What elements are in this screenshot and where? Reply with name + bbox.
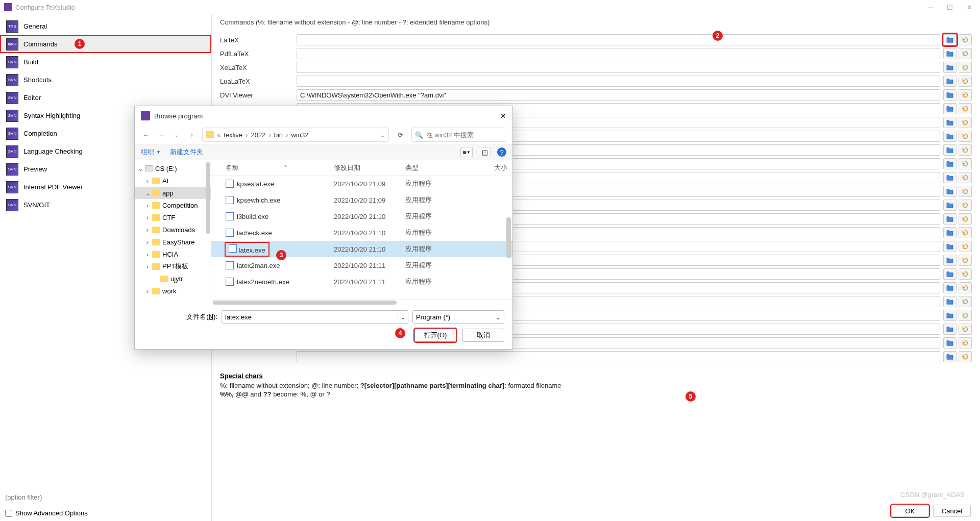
browse-button[interactable] (943, 324, 957, 335)
sidebar-item-general[interactable]: TXSGeneral (0, 17, 211, 35)
browse-button[interactable] (943, 158, 957, 169)
preview-pane-button[interactable]: ◫ (479, 147, 491, 157)
organize-menu[interactable]: 组织 ▼ (141, 147, 161, 157)
tree-node[interactable]: ⌄CS (E:) (135, 162, 211, 175)
tree-node[interactable]: ›Competition (135, 199, 211, 211)
reset-button[interactable] (959, 282, 972, 293)
reset-button[interactable] (959, 296, 972, 307)
browse-button[interactable] (943, 48, 957, 59)
browse-button[interactable] (943, 89, 957, 101)
col-type[interactable]: 类型 (405, 163, 461, 172)
file-row[interactable]: latex2nemeth.exe2022/10/20 21:11应用程序 (211, 274, 512, 290)
tree-node[interactable]: ›CTF (135, 211, 211, 224)
help-icon[interactable]: ? (497, 147, 506, 157)
browse-button[interactable] (943, 144, 957, 156)
tree-node[interactable]: ›HCIA (135, 248, 211, 260)
browse-button[interactable] (943, 227, 957, 238)
reset-button[interactable] (959, 213, 972, 225)
tree-expand-icon[interactable]: › (145, 202, 150, 209)
open-button[interactable]: 打开(O) (414, 329, 456, 342)
reset-button[interactable] (959, 117, 972, 128)
reset-button[interactable] (959, 351, 972, 362)
file-row[interactable]: latex2man.exe2022/10/20 21:11应用程序 (211, 257, 512, 274)
file-hscrollbar[interactable] (211, 299, 512, 305)
sidebar-item-build[interactable]: SVNBuild (0, 53, 211, 71)
window-minimize[interactable]: ─ (926, 3, 935, 12)
browse-button[interactable] (943, 131, 957, 142)
refresh-icon[interactable]: ⟳ (394, 129, 406, 141)
file-row[interactable]: l3build.exe2022/10/20 21:10应用程序 (211, 208, 512, 225)
ok-button[interactable]: OK (891, 505, 929, 517)
reset-button[interactable] (959, 48, 972, 59)
nav-recent-icon[interactable]: ⌄ (172, 130, 182, 140)
show-advanced-checkbox[interactable] (5, 510, 12, 517)
browse-button[interactable] (943, 62, 957, 73)
filename-dropdown-icon[interactable]: ⌄ (398, 313, 408, 321)
tree-node[interactable]: ›PPT模板 (135, 260, 211, 272)
reset-button[interactable] (959, 241, 972, 252)
col-name[interactable]: 名称 (226, 163, 239, 172)
tree-expand-icon[interactable]: › (145, 251, 150, 258)
dialog-close-icon[interactable]: ✕ (500, 112, 506, 120)
crumb-0[interactable]: texlive (224, 131, 242, 139)
browse-button[interactable] (943, 213, 957, 225)
browse-button[interactable] (943, 337, 957, 349)
nav-up-icon[interactable]: ↑ (187, 130, 197, 140)
browse-button[interactable] (943, 34, 957, 45)
tree-scrollbar[interactable] (205, 161, 211, 304)
reset-button[interactable] (959, 324, 972, 335)
reset-button[interactable] (959, 144, 972, 156)
nav-forward-icon[interactable]: → (156, 130, 166, 140)
tree-node[interactable]: ›AI (135, 175, 211, 187)
sidebar-item-commands[interactable]: latexCommands (0, 35, 211, 53)
reset-button[interactable] (959, 337, 972, 349)
sidebar-item-shortcuts[interactable]: SVNShortcuts (0, 71, 211, 89)
file-row[interactable]: lacheck.exe2022/10/20 21:10应用程序 (211, 225, 512, 241)
search-input[interactable] (426, 131, 512, 139)
option-filter-input[interactable] (5, 493, 206, 501)
command-input[interactable] (297, 48, 940, 59)
browse-button[interactable] (943, 296, 957, 307)
search-box[interactable]: 🔍 (411, 128, 506, 142)
dialog-cancel-button[interactable]: 取消 (462, 329, 504, 342)
browse-button[interactable] (943, 351, 957, 362)
reset-button[interactable] (959, 34, 972, 45)
sidebar-item-editor[interactable]: SVNEditor (0, 89, 211, 107)
window-close[interactable]: ✕ (965, 3, 974, 12)
command-input[interactable] (297, 351, 940, 362)
reset-button[interactable] (959, 103, 972, 114)
reset-button[interactable] (959, 62, 972, 73)
tree-expand-icon[interactable]: ⌄ (145, 189, 150, 197)
crumb-3[interactable]: win32 (291, 131, 308, 139)
file-row[interactable]: latex.exe2022/10/20 21:10应用程序 (211, 241, 512, 257)
cancel-button[interactable]: Cancel (933, 505, 971, 517)
command-input[interactable] (297, 89, 940, 101)
breadcrumb[interactable]: « texlive › 2022 › bin › win32 ⌄ (202, 128, 389, 142)
browse-button[interactable] (943, 117, 957, 128)
browse-button[interactable] (943, 172, 957, 183)
view-mode-button[interactable]: ≡ ▼ (460, 147, 473, 157)
tree-expand-icon[interactable]: › (145, 214, 150, 221)
command-input[interactable] (297, 34, 940, 45)
tree-expand-icon[interactable]: ⌄ (138, 165, 143, 172)
window-maximize[interactable]: ☐ (945, 3, 954, 12)
col-size[interactable]: 大小 (461, 163, 507, 172)
browse-button[interactable] (943, 241, 957, 252)
tree-node[interactable]: ⌄app (135, 187, 211, 199)
reset-button[interactable] (959, 89, 972, 101)
reset-button[interactable] (959, 255, 972, 266)
tree-node[interactable]: ›Downloads (135, 224, 211, 236)
browse-button[interactable] (943, 103, 957, 114)
reset-button[interactable] (959, 227, 972, 238)
tree-expand-icon[interactable]: › (145, 263, 150, 270)
reset-button[interactable] (959, 186, 972, 197)
command-input[interactable] (297, 76, 940, 87)
tree-node[interactable]: ujytr (135, 272, 211, 285)
reset-button[interactable] (959, 200, 972, 211)
crumb-1[interactable]: 2022 (251, 131, 265, 139)
tree-expand-icon[interactable]: › (145, 226, 150, 234)
crumb-2[interactable]: bin (274, 131, 283, 139)
reset-button[interactable] (959, 268, 972, 280)
reset-button[interactable] (959, 158, 972, 169)
chevron-down-icon[interactable]: ⌄ (380, 131, 385, 139)
